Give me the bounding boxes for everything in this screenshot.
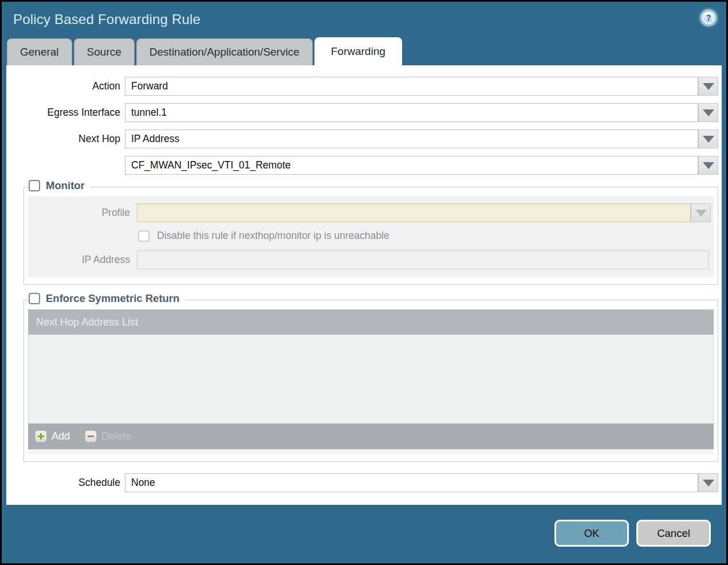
tab-source[interactable]: Source [74,38,135,65]
monitor-ip-address-field [137,250,709,269]
next-hop-dropdown-button[interactable] [698,130,718,148]
disable-rule-row: Disable this rule if nexthop/monitor ip … [138,230,711,242]
profile-combo [137,203,711,222]
tab-content-forwarding: Action Egress Interface Next Hop [6,65,722,505]
schedule-row: Schedule [6,473,718,492]
delete-button-label: Delete [101,430,131,442]
next-hop-address-field[interactable] [125,156,698,175]
action-combo [125,77,718,96]
schedule-field[interactable] [125,473,698,492]
chevron-down-icon [703,83,714,90]
dialog-title: Policy Based Forwarding Rule [13,11,200,28]
monitor-checkbox[interactable] [29,180,40,191]
tab-general[interactable]: General [7,38,72,65]
next-hop-label: Next Hop [6,133,120,145]
symmetric-return-legend: Enforce Symmetric Return [29,292,185,305]
chevron-down-icon [703,136,714,143]
dialog-footer: OK Cancel [2,505,726,563]
help-icon-glyph: ? [702,11,715,24]
next-hop-address-combo [125,156,718,175]
chevron-down-icon [703,162,714,169]
tab-forwarding[interactable]: Forwarding [314,37,402,65]
tab-destination-application-service[interactable]: Destination/Application/Service [136,38,313,65]
table-header: Next Hop Address List [28,309,714,335]
dialog-titlebar: Policy Based Forwarding Rule ? [2,2,726,37]
add-button-label: Add [52,430,70,442]
next-hop-combo [125,130,718,148]
tab-bar: General Source Destination/Application/S… [2,37,726,65]
table-body[interactable] [28,335,714,423]
policy-based-forwarding-dialog: Policy Based Forwarding Rule ? General S… [2,2,726,563]
action-field[interactable] [125,77,698,96]
delete-minus-icon [85,430,97,442]
disable-rule-label: Disable this rule if nexthop/monitor ip … [157,230,389,242]
monitor-legend-label: Monitor [46,179,85,192]
help-icon[interactable]: ? [700,9,717,26]
action-row: Action [6,77,718,96]
chevron-down-icon [703,480,714,486]
monitor-legend: Monitor [29,179,90,192]
table-scroll-strip [28,449,714,454]
monitor-ip-address-combo [137,250,709,269]
next-hop-address-row [6,156,718,175]
profile-dropdown-button [691,203,711,222]
schedule-label: Schedule [6,477,120,489]
monitor-ip-address-row: IP Address [28,250,711,269]
table-footer: Add Delete [28,423,714,449]
add-plus-icon [35,430,47,442]
monitor-fieldset: Monitor Profile Disable this rule if nex… [23,187,718,285]
next-hop-address-list-table: Next Hop Address List Add Delete [28,309,714,454]
symmetric-return-fieldset: Enforce Symmetric Return Next Hop Addres… [23,300,718,462]
chevron-down-icon [695,210,707,217]
monitor-panel: Profile Disable this rule if nexthop/mon… [28,197,714,277]
egress-interface-combo [125,103,718,122]
add-button[interactable]: Add [35,430,70,442]
symmetric-return-checkbox[interactable] [29,293,40,304]
egress-interface-dropdown-button[interactable] [698,103,718,122]
chevron-down-icon [703,109,714,116]
egress-interface-row: Egress Interface [6,103,718,122]
profile-row: Profile [28,203,711,222]
next-hop-type-field[interactable] [125,130,698,148]
action-dropdown-button[interactable] [698,77,718,96]
action-label: Action [6,80,120,92]
schedule-combo [125,473,718,492]
next-hop-address-dropdown-button[interactable] [698,156,718,175]
profile-label: Profile [28,207,130,219]
egress-interface-label: Egress Interface [6,107,120,119]
schedule-dropdown-button[interactable] [698,473,718,492]
monitor-ip-address-label: IP Address [28,254,130,266]
disable-rule-checkbox [138,230,149,242]
symmetric-return-legend-label: Enforce Symmetric Return [46,292,179,305]
table-header-label: Next Hop Address List [36,316,138,328]
ok-button[interactable]: OK [554,520,629,547]
egress-interface-field[interactable] [125,103,698,122]
next-hop-row: Next Hop [6,130,718,148]
delete-button: Delete [85,430,131,442]
profile-field [137,203,691,222]
cancel-button[interactable]: Cancel [636,520,711,547]
